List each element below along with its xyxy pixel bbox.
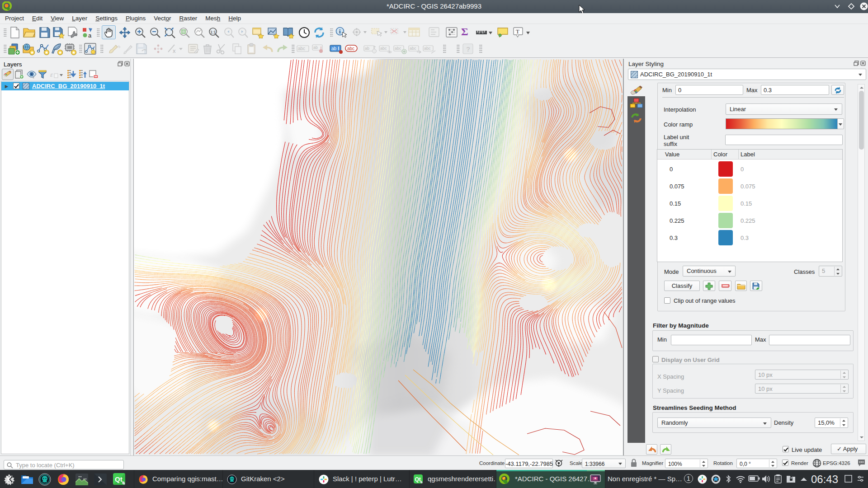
svg-text:x: x (173, 47, 176, 54)
svg-text:a: a (88, 32, 92, 38)
svg-text:ab: ab (331, 46, 337, 51)
svg-text:i: i (339, 28, 341, 35)
svg-text:T: T (516, 28, 519, 35)
svg-text:abc: abc (395, 46, 401, 51)
svg-text:Qt: Qt (415, 476, 421, 483)
svg-text:abc: abc (347, 46, 354, 51)
svg-text:abc: abc (410, 46, 416, 51)
svg-text:ab: ab (365, 46, 369, 51)
svg-text:ab: ab (313, 45, 318, 50)
svg-text:abc: abc (424, 46, 431, 51)
svg-text:Qt: Qt (115, 475, 123, 483)
svg-text:ε: ε (50, 71, 53, 78)
svg-text:abc: abc (298, 46, 305, 51)
svg-text:abc: abc (380, 46, 387, 51)
svg-text:1:1: 1:1 (210, 30, 216, 34)
svg-text:?: ? (466, 45, 470, 53)
